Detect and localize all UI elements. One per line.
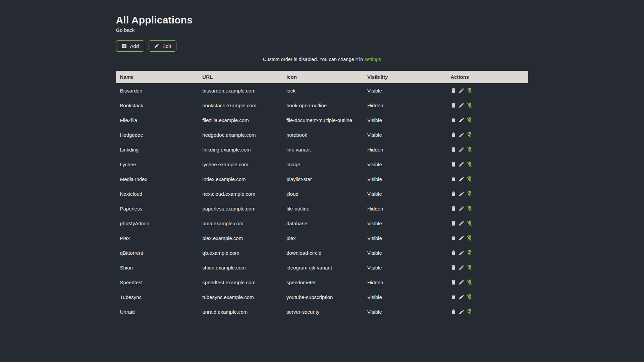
app-url-cell: hedgedoc.example.com [198,127,282,142]
app-name-cell: Lychee [116,157,199,172]
pin-off-icon [467,309,473,315]
edit-row-button[interactable] [459,146,465,153]
app-name-cell: Linkding [116,142,199,157]
app-visibility-cell: Visible [363,260,446,275]
edit-row-button[interactable] [459,87,465,94]
pencil-icon [459,294,465,300]
edit-row-button[interactable] [459,102,465,108]
edit-row-button[interactable] [459,294,465,300]
delete-row-button[interactable] [450,132,457,138]
app-visibility-cell: Hidden [363,201,446,216]
delete-row-button[interactable] [450,161,457,167]
app-name-cell: FileZilla [116,113,199,127]
pin-toggle-button[interactable] [467,191,473,197]
app-icon-name-cell: server-security [282,304,363,319]
app-name-cell: Paperless [116,201,199,216]
delete-row-button[interactable] [450,264,457,270]
pencil-icon [459,205,465,212]
pin-toggle-button[interactable] [467,146,473,153]
app-icon-name-cell: file-document-multiple-outline [282,113,363,127]
edit-row-button[interactable] [459,132,465,138]
app-url-cell: linkding.example.com [198,142,282,157]
app-actions-cell [446,216,528,231]
delete-row-button[interactable] [450,205,457,212]
delete-row-button[interactable] [450,87,457,94]
pin-toggle-button[interactable] [467,264,473,270]
edit-row-button[interactable] [459,117,465,123]
edit-row-button[interactable] [459,205,465,212]
column-header-visibility: Visibility [363,71,446,83]
pin-toggle-button[interactable] [467,220,473,226]
edit-row-button[interactable] [459,176,465,182]
table-row: Media Index index.example.com playlist-s… [116,172,528,186]
delete-row-button[interactable] [450,294,457,300]
delete-icon [450,294,457,300]
edit-row-button[interactable] [459,264,465,270]
delete-row-button[interactable] [450,235,457,241]
delete-row-button[interactable] [450,102,457,108]
pencil-icon [459,279,465,285]
app-visibility-cell: Visible [363,157,446,172]
delete-row-button[interactable] [450,176,457,182]
pin-toggle-button[interactable] [467,176,473,182]
add-button[interactable]: Add [116,40,145,52]
app-url-cell: unraid.example.com [198,304,282,319]
pencil-icon [154,43,159,49]
pin-toggle-button[interactable] [467,235,473,241]
delete-row-button[interactable] [450,220,457,226]
pin-toggle-button[interactable] [467,294,473,300]
pin-toggle-button[interactable] [467,279,473,285]
settings-link[interactable]: settings [364,57,381,62]
delete-row-button[interactable] [450,279,457,285]
go-back-link[interactable]: Go back [116,27,135,34]
delete-row-button[interactable] [450,191,457,197]
pin-off-icon [467,205,473,212]
edit-row-button[interactable] [459,250,465,256]
edit-row-button[interactable] [459,235,465,241]
pin-toggle-button[interactable] [467,102,473,108]
app-visibility-cell: Hidden [363,142,446,157]
delete-icon [450,176,457,182]
edit-row-button[interactable] [459,279,465,285]
pin-toggle-button[interactable] [467,161,473,167]
delete-row-button[interactable] [450,250,457,256]
edit-row-button[interactable] [459,220,465,226]
app-actions-cell [446,113,528,127]
delete-row-button[interactable] [450,309,457,315]
pencil-icon [459,191,465,197]
app-actions-cell [446,186,528,201]
app-actions-cell [446,157,528,172]
delete-row-button[interactable] [450,146,457,153]
delete-icon [450,117,457,123]
app-table-body: Bitwarden bitwarden.example.com lock Vis… [116,83,528,319]
app-icon-name-cell: lock [282,83,363,98]
pin-off-icon [467,176,473,182]
app-icon-name-cell: speedometer [282,275,363,290]
edit-row-button[interactable] [459,309,465,315]
pin-toggle-button[interactable] [467,250,473,256]
pin-toggle-button[interactable] [467,117,473,123]
table-header: Name URL Icon Visibility Actions [116,71,528,83]
table-row: Unraid unraid.example.com server-securit… [116,304,528,319]
delete-icon [450,250,457,256]
app-name-cell: Bookstack [116,98,199,113]
edit-button-label: Edit [162,43,171,49]
edit-row-button[interactable] [459,161,465,167]
pin-toggle-button[interactable] [467,132,473,138]
delete-row-button[interactable] [450,117,457,123]
edit-button[interactable]: Edit [149,40,176,52]
pin-toggle-button[interactable] [467,87,473,94]
app-url-cell: bitwarden.example.com [198,83,282,98]
app-visibility-cell: Visible [363,245,446,260]
pin-toggle-button[interactable] [467,205,473,212]
app-visibility-cell: Visible [363,216,446,231]
table-row: Lychee lychee.example.com image Visible [116,157,528,172]
pin-off-icon [467,220,473,226]
app-url-cell: speedtest.example.com [198,275,282,290]
table-row: Bitwarden bitwarden.example.com lock Vis… [116,83,528,98]
edit-row-button[interactable] [459,191,465,197]
app-visibility-cell: Visible [363,83,446,98]
app-icon-name-cell: plex [282,231,363,245]
app-actions-cell [446,201,528,216]
pin-toggle-button[interactable] [467,309,473,315]
